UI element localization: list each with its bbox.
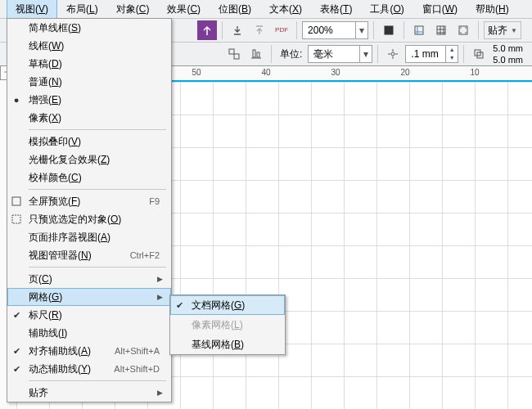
menubar-item-表格[interactable]: 表格(T) (311, 0, 361, 19)
view-menu-item-全屏预览[interactable]: 全屏预览(F)F9 (7, 192, 171, 210)
view-menu-item-对齐辅助线[interactable]: ✔对齐辅助线(A)Alt+Shift+A (7, 342, 171, 360)
check-icon: ✔ (7, 364, 25, 375)
view-menu-item-普通[interactable]: 普通(N) (7, 73, 171, 91)
duplicate-offset-icon[interactable] (469, 44, 489, 64)
menubar-item-文本[interactable]: 文本(X) (260, 0, 311, 19)
submenu-label: 基线网格(B) (188, 338, 278, 352)
view-menu-item-增强[interactable]: ●增强(E) (7, 91, 171, 109)
view-menu-item-像素[interactable]: 像素(X) (7, 109, 171, 127)
chevron-down-icon[interactable]: ▾ (359, 46, 372, 62)
svg-rect-15 (234, 54, 239, 59)
view-menu-item-视图管理器[interactable]: 视图管理器(N)Ctrl+F2 (7, 246, 171, 264)
view-menu-item-辅助线[interactable]: 辅助线(I) (7, 324, 171, 342)
snap-dropdown[interactable]: 贴齐 ▼ (484, 21, 521, 39)
unit-label: 单位: (277, 47, 305, 61)
menu-separator (29, 189, 166, 190)
svg-rect-14 (229, 49, 234, 54)
spin-up-icon[interactable]: ▲ (446, 46, 458, 54)
svg-rect-23 (12, 215, 20, 223)
menu-item-label: 校样颜色(C) (25, 171, 165, 185)
menubar-item-效果[interactable]: 效果(C) (158, 0, 210, 19)
snap-grid-icon[interactable] (431, 20, 451, 40)
offset-x: 5.0 mm (493, 43, 523, 54)
chevron-down-icon[interactable]: ▾ (355, 22, 367, 38)
ruler-tick-label: 40 (261, 68, 270, 77)
pdf-icon[interactable]: PDF (272, 20, 291, 40)
menubar-item-位图[interactable]: 位图(B) (210, 0, 260, 19)
submenu-label: 像素网格(L) (188, 318, 278, 332)
view-menu-dropdown: 简单线框(S)线框(W)草稿(D)普通(N)●增强(E)像素(X)模拟叠印(V)… (7, 18, 172, 402)
check-icon: ✔ (7, 346, 25, 357)
view-menu-item-线框[interactable]: 线框(W) (7, 37, 171, 55)
spin-down-icon[interactable]: ▼ (446, 54, 458, 62)
snap-icon-1[interactable] (379, 20, 399, 40)
ruler-tick-label: 10 (470, 68, 479, 77)
export-icon[interactable] (197, 20, 217, 40)
menu-item-label: 辅助线(I) (25, 326, 165, 340)
menubar-item-布局[interactable]: 布局(L) (57, 0, 107, 19)
nudge-icon[interactable] (383, 44, 403, 64)
svg-point-19 (391, 52, 394, 56)
menu-item-label: 像素(X) (25, 111, 165, 125)
submenu-arrow-icon: ▶ (155, 275, 165, 283)
menubar-item-视图[interactable]: 视图(V) (7, 0, 57, 19)
zoom-select[interactable]: 200% ▾ (302, 21, 368, 39)
view-menu-item-只预览选定的对象[interactable]: 只预览选定的对象(O) (7, 210, 171, 228)
view-menu-item-页面排序器视图[interactable]: 页面排序器视图(A) (7, 228, 171, 246)
menu-item-label: 标尺(R) (25, 308, 165, 322)
layout-tool-icon[interactable] (224, 44, 244, 64)
menu-item-label: 页面排序器视图(A) (25, 231, 165, 245)
view-menu-item-校样颜色[interactable]: 校样颜色(C) (7, 169, 171, 187)
svg-rect-17 (257, 52, 259, 57)
view-menu-item-动态辅助线[interactable]: ✔动态辅助线(Y)Alt+Shift+D (7, 360, 171, 378)
align-icon[interactable] (246, 44, 266, 64)
svg-rect-0 (385, 26, 394, 35)
svg-point-13 (465, 32, 467, 34)
unit-value: 毫米 (309, 47, 359, 61)
view-menu-item-光栅化复合效果[interactable]: 光栅化复合效果(Z) (7, 151, 171, 169)
unit-select[interactable]: 毫米 ▾ (308, 45, 372, 63)
import-icon[interactable] (228, 20, 247, 40)
snap-objects-icon[interactable] (453, 20, 473, 40)
menu-item-label: 草稿(D) (25, 57, 165, 71)
menubar-item-工具[interactable]: 工具(O) (361, 0, 413, 19)
submenu-label: 文档网格(G) (188, 299, 278, 312)
menu-shortcut: F9 (149, 196, 165, 206)
grid-submenu: ✔文档网格(G)像素网格(L)基线网格(B) (169, 294, 286, 355)
view-menu-item-模拟叠印[interactable]: 模拟叠印(V) (7, 133, 171, 151)
ruler-tick-label: 50 (192, 68, 201, 77)
menubar: 视图(V)布局(L)对象(C)效果(C)位图(B)文本(X)表格(T)工具(O)… (0, 0, 532, 19)
menubar-item-窗口[interactable]: 窗口(W) (413, 0, 467, 19)
grid-submenu-item-文档网格[interactable]: ✔文档网格(G) (170, 295, 285, 315)
export-doc-icon[interactable] (250, 20, 269, 40)
menubar-item-帮助[interactable]: 帮助(H) (467, 0, 518, 19)
view-menu-item-网格[interactable]: 网格(G)▶ (7, 288, 171, 306)
menu-item-label: 简单线框(S) (25, 21, 165, 35)
menubar-item-对象[interactable]: 对象(C) (107, 0, 159, 19)
menu-shortcut: Ctrl+F2 (130, 250, 165, 260)
menu-item-label: 网格(G) (25, 290, 155, 304)
menu-shortcut: Alt+Shift+D (114, 364, 165, 374)
view-menu-item-简单线框[interactable]: 简单线框(S) (7, 19, 171, 37)
menu-item-label: 增强(E) (25, 93, 165, 107)
view-menu-item-贴齐[interactable]: 贴齐▶ (7, 384, 171, 402)
grid-submenu-item-基线网格[interactable]: 基线网格(B) (170, 335, 285, 354)
nudge-input[interactable]: .1 mm ▲▼ (405, 45, 458, 63)
submenu-arrow-icon: ▶ (155, 293, 165, 301)
svg-point-10 (460, 27, 462, 29)
zoom-value: 200% (303, 25, 355, 36)
menu-item-label: 贴齐 (25, 386, 155, 400)
offset-y: 5.0 mm (493, 54, 523, 65)
snap-guidelines-icon[interactable] (409, 20, 429, 40)
svg-rect-1 (415, 26, 423, 34)
view-menu-item-标尺[interactable]: ✔标尺(R) (7, 306, 171, 324)
svg-rect-16 (253, 50, 255, 57)
menu-item-label: 视图管理器(N) (25, 249, 130, 263)
fullscreen-icon (7, 196, 25, 206)
nudge-value: .1 mm (406, 48, 445, 60)
view-menu-item-页[interactable]: 页(C)▶ (7, 270, 171, 288)
view-menu-item-草稿[interactable]: 草稿(D) (7, 55, 171, 73)
snap-label: 贴齐 (488, 24, 507, 38)
ruler-tick-label: 20 (400, 68, 409, 77)
menu-shortcut: Alt+Shift+A (115, 346, 165, 356)
